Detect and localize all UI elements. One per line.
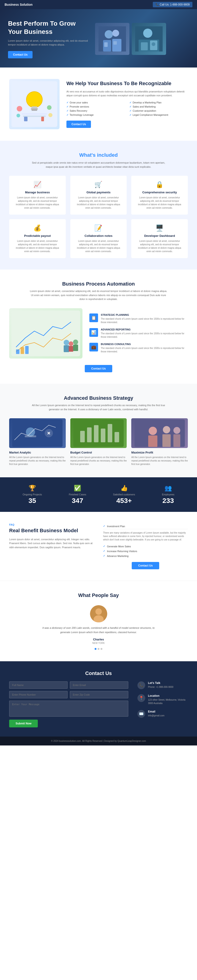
submit-button[interactable]: Submit Now [9, 720, 38, 727]
process-cta-container: Contact Us [9, 365, 188, 372]
svg-rect-38 [25, 436, 36, 437]
faq-right-description: There are many variations of passages of… [103, 531, 188, 541]
contact-location-value: 123 other Street, Melbourne, Victoria 30… [148, 698, 188, 705]
phone-field[interactable] [9, 691, 67, 698]
process-text-2: BUSINESS CONSULTING The standard chunk o… [101, 343, 188, 353]
strategy-description: All the Lorem Ipsum generators on the In… [30, 403, 167, 411]
help-content: We Help Your Business To Be Recognizable… [66, 80, 188, 128]
message-field[interactable] [9, 701, 128, 717]
process-item-title-1: ADVANCED REPORTING [101, 328, 188, 331]
process-item-title-2: BUSINESS CONSULTING [101, 343, 188, 345]
testimonial-section: What People Say It was a dictionary of o… [0, 581, 197, 661]
feature-title-5: Developer Dashboard [135, 234, 184, 237]
feature-card-3: 💰 Predictable payout Lorem ipsum dolor s… [9, 219, 66, 258]
header-phone: 📞 Call Us: 1-888-000-9809 [153, 2, 192, 7]
stat-icon-3: 👥 [162, 485, 174, 492]
email-field[interactable] [70, 681, 128, 689]
svg-rect-32 [73, 345, 78, 351]
strategy-cards: Market Analytic All the Lorem Ipsum gene… [9, 418, 188, 466]
svg-point-27 [64, 340, 69, 345]
process-cta-button[interactable]: Contact Us [85, 365, 112, 372]
svg-rect-28 [64, 345, 69, 352]
help-list: ✓ Grow your sales ✓ Develop a Marketing … [66, 101, 188, 116]
stat-label-2: Satisfied customers [113, 493, 135, 496]
list-item: ✓ Customer acquisition [130, 109, 188, 112]
svg-point-20 [17, 106, 22, 111]
faq-description: Lorem ipsum dolor sit amet, consectetur … [9, 538, 94, 550]
testimonial-author: Charles [41, 638, 156, 641]
feature-icon-0: 📈 [13, 181, 62, 188]
lets-talk-label: Let's Talk [148, 681, 173, 685]
included-section: What's included Sed ut perspiciatis unde… [0, 141, 197, 270]
feature-title-0: Manage business [13, 191, 62, 194]
list-item: ✓ Sales and Marketing [130, 105, 188, 108]
header-logo: Business Solution [5, 3, 32, 6]
feature-icon-3: 💰 [13, 224, 62, 232]
zip-field[interactable] [70, 691, 128, 698]
svg-rect-33 [16, 349, 19, 354]
testimonial-dots [41, 648, 156, 650]
stat-item-3: 👥 Employees 233 [162, 485, 174, 504]
process-section: Business Process Automation Lorem ipsum … [0, 270, 197, 384]
feature-desc-5: Lorem ipsum dolor sit amet, consectetur … [135, 239, 184, 253]
svg-rect-55 [173, 434, 180, 447]
dot-2[interactable] [101, 648, 103, 650]
svg-point-57 [95, 608, 102, 615]
svg-point-23 [48, 113, 53, 117]
svg-point-1 [105, 30, 113, 38]
faq-title: Real Benefit Business Model [9, 527, 94, 534]
svg-rect-47 [108, 424, 112, 442]
strategy-card-2: Maximize Profit All the Lorem Ipsum gene… [131, 418, 188, 466]
feature-card-5: 🖥️ Developer Dashboard Lorem ipsum dolor… [131, 219, 188, 258]
hero-cta-button[interactable]: Contact Us [8, 51, 32, 58]
svg-rect-25 [41, 117, 44, 121]
faq-benefit-2: ✓ Advance Marketing [103, 554, 188, 557]
footer: © 2024 businesssolution.com. All Rights … [0, 737, 197, 746]
email-label: Email [148, 710, 165, 713]
svg-rect-17 [32, 110, 37, 111]
svg-point-29 [69, 341, 73, 346]
contact-info-item-1: 📍 Location 123 other Street, Melbourne, … [138, 694, 188, 705]
strategy-card-1: Budget Control All the Lorem Ipsum gener… [70, 418, 127, 466]
process-item-desc-1: The standard chunk of Lorem Ipsum used s… [101, 332, 188, 339]
faq-right: ✓ Investment Plan There are many variati… [103, 523, 188, 569]
svg-point-52 [163, 426, 170, 433]
dot-0[interactable] [94, 648, 96, 650]
full-name-field[interactable] [9, 681, 67, 689]
feature-icon-5: 🖥️ [135, 224, 184, 232]
contact-info: 📞 Let's Talk Phone: +1 888-000-9000 📍 Lo… [138, 681, 188, 727]
strategy-card-title-0: Market Analytic [9, 451, 66, 454]
list-item: ✓ Sales Recovery [66, 109, 125, 112]
svg-point-54 [173, 427, 180, 434]
contact-title: Contact Us [9, 670, 188, 676]
list-item: ✓ Promote services [66, 105, 125, 108]
strategy-section: Advanced Business Strategy All the Lorem… [0, 384, 197, 477]
included-description: Sed ut perspiciatis unde omnis iste natu… [30, 161, 167, 169]
process-item-desc-2: The standard chunk of Lorem Ipsum used s… [101, 347, 188, 353]
strategy-card-title-1: Budget Control [70, 451, 127, 454]
strategy-card-desc-2: All the Lorem Ipsum generators on the In… [131, 455, 188, 466]
stat-icon-1: ✅ [69, 485, 86, 492]
feature-card-1: 🛒 Global payments Lorem ipsum dolor sit … [70, 176, 127, 215]
svg-rect-24 [24, 117, 27, 121]
feature-title-2: Comprehensive security [135, 191, 184, 194]
faq-cta-button[interactable]: Contact Us [132, 562, 159, 569]
svg-rect-15 [32, 107, 37, 108]
feature-title-3: Predictable payout [13, 234, 62, 237]
contact-info-item-2: ✉️ Email info@gmail.com [138, 710, 188, 718]
list-item: ✓ Legal Compliance Management [130, 113, 188, 116]
contact-info-item-0: 📞 Let's Talk Phone: +1 888-000-9000 [138, 681, 188, 689]
phone-icon: 📞 [138, 681, 145, 689]
dot-1[interactable] [98, 648, 99, 650]
email-icon: ✉️ [138, 710, 145, 718]
help-title: We Help Your Business To Be Recognizable [66, 80, 188, 87]
help-cta-button[interactable]: Contact Us [66, 121, 91, 128]
strategy-card-img-0 [9, 418, 66, 448]
svg-rect-53 [162, 434, 171, 447]
process-text-1: ADVANCED REPORTING The standard chunk of… [101, 328, 188, 339]
feature-desc-1: Lorem ipsum dolor sit amet, consectetur … [74, 196, 123, 210]
hero-image-2 [132, 23, 166, 55]
strategy-card-img-1 [70, 418, 127, 448]
faq-tag: FAQ [9, 523, 94, 526]
location-icon: 📍 [138, 694, 145, 702]
